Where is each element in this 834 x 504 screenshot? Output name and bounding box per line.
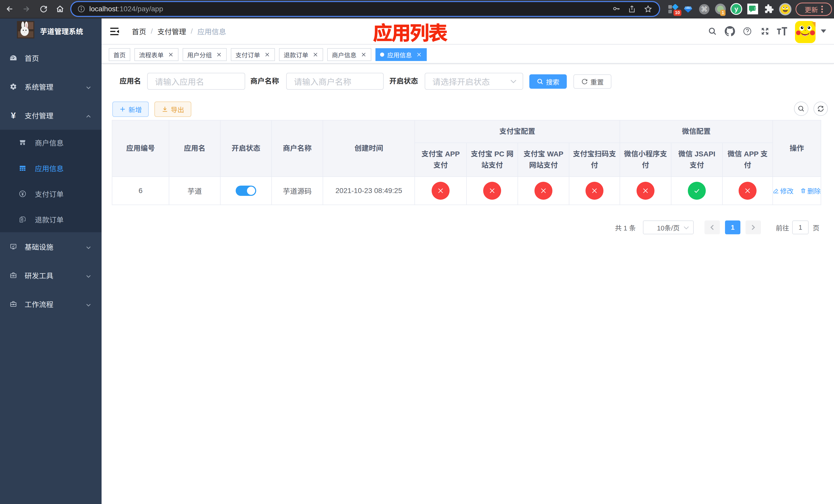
svg-text:y: y	[734, 5, 738, 13]
svg-text:⌘: ⌘	[701, 5, 707, 13]
